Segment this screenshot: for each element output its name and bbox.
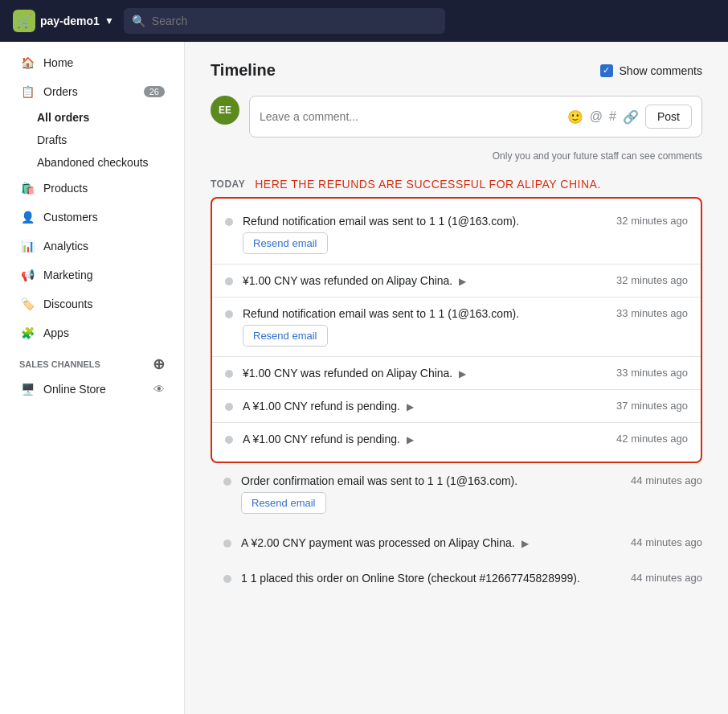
- resend-email-button-1[interactable]: Resend email: [243, 232, 328, 254]
- sidebar-label-apps: Apps: [43, 326, 69, 339]
- store-logo[interactable]: 🛒 pay-demo1 ▼: [13, 10, 114, 32]
- main-layout: 🏠 Home 📋 Orders 26 All orders Drafts Aba…: [0, 42, 728, 714]
- orders-badge: 26: [144, 86, 165, 97]
- entry-text-7: Order confirmation email was sent to 1 1…: [241, 474, 517, 487]
- sidebar-item-customers[interactable]: 👤 Customers: [6, 203, 178, 232]
- products-icon: 🛍️: [19, 180, 35, 196]
- discounts-icon: 🏷️: [19, 296, 35, 312]
- entry-text-4: ¥1.00 CNY was refunded on Alipay China.: [243, 367, 452, 380]
- timeline-dot: [225, 370, 233, 378]
- timeline-header: Timeline ✓ Show comments: [211, 61, 702, 80]
- sidebar-item-orders[interactable]: 📋 Orders 26: [6, 77, 178, 106]
- today-section: TODAY Here the refunds are successful fo…: [211, 178, 702, 191]
- sidebar-item-all-orders[interactable]: All orders: [37, 106, 178, 129]
- entry-text-3: Refund notification email was sent to 1 …: [243, 307, 519, 320]
- sidebar-label-discounts: Discounts: [43, 298, 92, 310]
- sidebar-label-products: Products: [43, 182, 88, 195]
- table-row: ¥1.00 CNY was refunded on Alipay China. …: [212, 265, 701, 297]
- entry-time-8: 44 minutes ago: [631, 536, 702, 548]
- table-row: ¥1.00 CNY was refunded on Alipay China. …: [212, 357, 701, 389]
- entry-time-9: 44 minutes ago: [631, 572, 702, 584]
- expand-arrow-icon-4[interactable]: ▶: [459, 368, 466, 380]
- show-comments-checkbox[interactable]: ✓: [600, 64, 613, 77]
- comment-input[interactable]: [260, 110, 561, 123]
- table-row: A ¥1.00 CNY refund is pending. ▶ 37 minu…: [212, 390, 701, 422]
- home-icon: 🏠: [19, 55, 35, 71]
- sidebar-label-analytics: Analytics: [43, 240, 88, 252]
- timeline-dot: [223, 575, 231, 583]
- timeline-dot: [225, 277, 233, 285]
- timeline-dot: [225, 403, 233, 411]
- expand-arrow-icon-8[interactable]: ▶: [521, 538, 529, 549]
- expand-arrow-icon-5[interactable]: ▶: [407, 401, 414, 412]
- add-sales-channel-button[interactable]: ⊕: [153, 357, 165, 371]
- sidebar-item-online-store[interactable]: 🖥️ Online Store 👁: [6, 375, 178, 404]
- show-comments-button[interactable]: ✓ Show comments: [600, 64, 702, 77]
- entry-time-7: 44 minutes ago: [631, 474, 702, 486]
- entry-content-3: Refund notification email was sent to 1 …: [243, 307, 607, 347]
- resend-email-button-2[interactable]: Resend email: [243, 325, 328, 347]
- sidebar-label-home: Home: [43, 56, 73, 69]
- entry-content-7: Order confirmation email was sent to 1 1…: [241, 474, 621, 514]
- sidebar-item-discounts[interactable]: 🏷️ Discounts: [6, 289, 178, 318]
- sidebar-label-orders: Orders: [43, 85, 78, 98]
- staff-note: Only you and your future staff can see c…: [249, 150, 702, 162]
- orders-icon: 📋: [19, 84, 35, 100]
- online-store-icon: 🖥️: [19, 381, 35, 397]
- emoji-icon[interactable]: 🙂: [567, 109, 583, 125]
- eye-icon: 👁: [153, 383, 165, 396]
- entry-content-5: A ¥1.00 CNY refund is pending. ▶: [243, 400, 607, 412]
- table-row: Order confirmation email was sent to 1 1…: [211, 463, 702, 525]
- entry-content-9: 1 1 placed this order on Online Store (c…: [241, 572, 621, 585]
- entry-text-6: A ¥1.00 CNY refund is pending.: [243, 433, 400, 445]
- timeline-dot: [225, 436, 233, 444]
- sidebar-label-marketing: Marketing: [43, 269, 92, 281]
- attachment-icon[interactable]: 🔗: [623, 109, 639, 125]
- sidebar-item-home[interactable]: 🏠 Home: [6, 48, 178, 77]
- sales-channels-section: SALES CHANNELS ⊕: [0, 347, 184, 375]
- entry-time-3: 33 minutes ago: [616, 307, 688, 319]
- entry-time-2: 32 minutes ago: [616, 274, 688, 286]
- drafts-label: Drafts: [37, 133, 67, 146]
- sidebar-item-products[interactable]: 🛍️ Products: [6, 174, 178, 203]
- sidebar-item-drafts[interactable]: Drafts: [37, 129, 178, 151]
- comment-input-box: 🙂 @ # 🔗 Post: [249, 96, 702, 137]
- entry-text-8: A ¥2.00 CNY payment was processed on Ali…: [241, 536, 515, 549]
- mention-icon[interactable]: @: [590, 109, 603, 124]
- sidebar-item-abandoned[interactable]: Abandoned checkouts: [37, 151, 178, 174]
- entry-text-9: 1 1 placed this order on Online Store (c…: [241, 572, 580, 585]
- marketing-icon: 📢: [19, 267, 35, 283]
- post-button[interactable]: Post: [645, 105, 692, 129]
- apps-icon: 🧩: [19, 325, 35, 341]
- table-row: A ¥2.00 CNY payment was processed on Ali…: [211, 525, 702, 560]
- expand-arrow-icon-2[interactable]: ▶: [459, 276, 466, 287]
- resend-email-button-3[interactable]: Resend email: [241, 492, 326, 514]
- entry-time-1: 32 minutes ago: [616, 215, 688, 227]
- today-label: TODAY: [211, 178, 245, 190]
- success-note: Here the refunds are successful for Alip…: [255, 178, 601, 191]
- all-orders-label: All orders: [37, 111, 89, 124]
- sidebar-item-analytics[interactable]: 📊 Analytics: [6, 232, 178, 261]
- entry-content-6: A ¥1.00 CNY refund is pending. ▶: [243, 433, 607, 445]
- sidebar-item-apps[interactable]: 🧩 Apps: [6, 318, 178, 347]
- timeline-dot: [225, 218, 233, 226]
- sidebar-label-customers: Customers: [43, 211, 98, 224]
- entry-content-8: A ¥2.00 CNY payment was processed on Ali…: [241, 536, 621, 549]
- sales-channels-label: SALES CHANNELS: [19, 359, 100, 369]
- comment-icons: 🙂 @ # 🔗: [567, 109, 639, 125]
- search-input[interactable]: [152, 14, 437, 27]
- main-content: Timeline ✓ Show comments EE 🙂 @ # 🔗 Post…: [185, 42, 728, 714]
- page-title: Timeline: [211, 61, 276, 80]
- store-name: pay-demo1: [40, 14, 100, 27]
- abandoned-label: Abandoned checkouts: [37, 156, 149, 169]
- entry-time-5: 37 minutes ago: [616, 400, 688, 412]
- entry-text-5: A ¥1.00 CNY refund is pending.: [243, 400, 400, 412]
- avatar: EE: [211, 96, 239, 125]
- sidebar-label-online-store: Online Store: [43, 383, 106, 396]
- expand-arrow-icon-6[interactable]: ▶: [407, 434, 414, 445]
- hashtag-icon[interactable]: #: [609, 109, 616, 124]
- sidebar-item-marketing[interactable]: 📢 Marketing: [6, 261, 178, 289]
- search-bar[interactable]: 🔍: [124, 8, 445, 34]
- entry-content-1: Refund notification email was sent to 1 …: [243, 215, 607, 254]
- sidebar: 🏠 Home 📋 Orders 26 All orders Drafts Aba…: [0, 42, 185, 714]
